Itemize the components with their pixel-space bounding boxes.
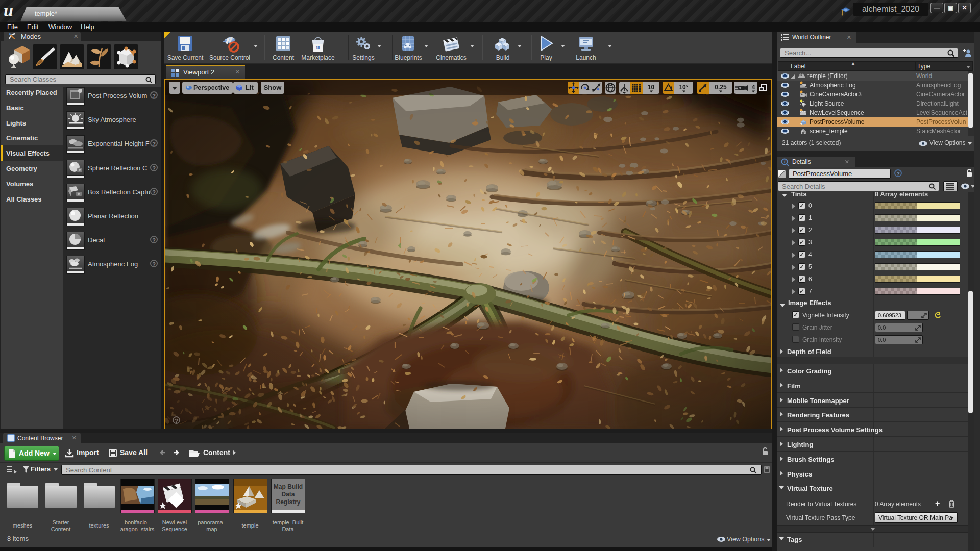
svg-text:i: i xyxy=(784,160,785,164)
svg-text:u: u xyxy=(316,43,320,51)
